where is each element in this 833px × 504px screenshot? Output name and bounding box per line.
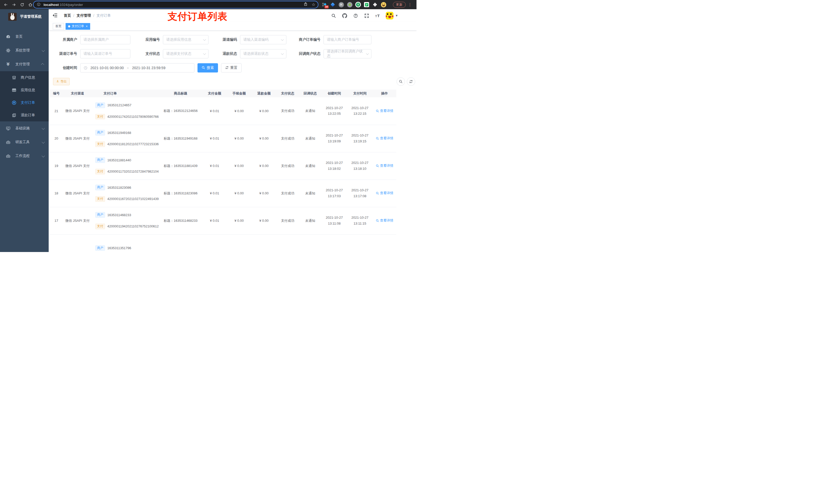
- sidebar-item-首页[interactable]: 首页: [0, 30, 49, 44]
- pay-order-no: 4200001174202110278060590766: [107, 115, 159, 119]
- browser-forward-button[interactable]: [10, 1, 18, 8]
- cell-pay-time: [347, 234, 373, 252]
- filter-渠道编码: 渠道编码请输入渠道编码: [212, 35, 286, 44]
- cell-pay-status: 支付成功: [277, 207, 299, 234]
- cell-refund: ¥ 0.00: [252, 152, 277, 179]
- command-extension-icon[interactable]: ⌘: [338, 2, 344, 7]
- view-detail-link[interactable]: 查看详情: [376, 218, 394, 223]
- placeholder-text: 请输入商户订单编号: [327, 38, 359, 42]
- chat-extension-icon[interactable]: [364, 2, 370, 7]
- sidebar-item-工作流程[interactable]: 工作流程: [0, 149, 49, 163]
- sidebar-item-研发工具[interactable]: 研发工具: [0, 135, 49, 149]
- date-range-picker[interactable]: 2021-10-01 00:00:00 - 2021-10-31 23:59:5…: [80, 63, 194, 72]
- chevron-down-icon: [203, 52, 206, 55]
- column-header-手续金额: 手续金额: [227, 90, 252, 97]
- search-icon[interactable]: [331, 13, 336, 19]
- select-回调商户状态[interactable]: 请选择订单回调商户状态: [324, 49, 372, 58]
- cell-amount: ¥ 0.01: [203, 152, 227, 179]
- sidebar-item-label: 研发工具: [15, 140, 42, 144]
- browser-back-button[interactable]: [2, 1, 9, 8]
- view-detail-link[interactable]: 查看详情: [376, 191, 394, 195]
- breadcrumb-pay-manage[interactable]: 支付管理: [77, 13, 91, 18]
- sidebar-item-支付订单[interactable]: ¥支付订单: [0, 96, 49, 109]
- avatar-caret-icon[interactable]: ▼: [396, 14, 398, 17]
- input-所属商户[interactable]: 请选择所属商户: [80, 35, 130, 44]
- sidebar-fold-icon[interactable]: [52, 13, 58, 19]
- placeholder-text: 请输入渠道订单号: [84, 51, 112, 56]
- cell-pay-status: 支付成功: [277, 152, 299, 179]
- filter-label: 渠道编码: [212, 38, 240, 42]
- merchant-badge: 商户: [95, 130, 105, 136]
- yudao-extension-icon[interactable]: Y: [355, 2, 361, 7]
- date-start-value: 2021-10-01 00:00:00: [90, 66, 124, 70]
- cell-id: 20: [50, 125, 63, 152]
- filter-label: 退款状态: [212, 51, 240, 56]
- profile-emoji-avatar[interactable]: [381, 2, 386, 7]
- cell-create-time: 2021-10-27 13:18:02: [322, 152, 347, 179]
- grid-icon: [11, 87, 17, 93]
- placeholder-text: 请选择订单回调商户状态: [327, 49, 366, 58]
- cell-pay-order: 商户1635312124657支付42000011742021102780605…: [92, 97, 159, 125]
- help-icon[interactable]: [353, 13, 358, 19]
- sidebar-item-基础设施[interactable]: 基础设施: [0, 121, 49, 135]
- view-detail-link[interactable]: 查看详情: [376, 163, 394, 168]
- app-logo-row[interactable]: 芋道管理系统: [0, 9, 49, 24]
- extensions-strip: 10 ⌘ Y: [322, 0, 386, 9]
- bookmark-star-icon[interactable]: ☆: [312, 3, 315, 7]
- cell-channel: 微信 JSAPI 支付: [63, 179, 92, 207]
- cell-channel: [63, 234, 92, 252]
- refresh-table-button[interactable]: [407, 77, 415, 86]
- tab-close-icon[interactable]: ×: [86, 25, 88, 28]
- select-退款状态[interactable]: 请选择退款状态: [240, 49, 286, 58]
- sidebar-item-应用信息[interactable]: 应用信息: [0, 84, 49, 96]
- merchant-badge: 商户: [95, 245, 105, 251]
- sidebar-item-退款订单[interactable]: 退款订单: [0, 109, 49, 121]
- cell-refund: ¥ 0.00: [252, 125, 277, 152]
- cell-notify-status: 未通知: [299, 152, 322, 179]
- reset-button[interactable]: 重置: [221, 63, 241, 72]
- puzzle-extensions-icon[interactable]: [372, 2, 378, 7]
- column-header-创建时间: 创建时间: [322, 90, 347, 97]
- search-button[interactable]: 搜索: [197, 63, 218, 72]
- view-detail-link[interactable]: 查看详情: [376, 109, 394, 113]
- cell-fee: ¥ 0.00: [227, 207, 252, 234]
- view-detail-link[interactable]: 查看详情: [376, 136, 394, 141]
- select-支付状态[interactable]: 请选择支付状态: [163, 49, 209, 58]
- export-button[interactable]: 导出: [53, 78, 70, 85]
- browser-reload-button[interactable]: [19, 1, 26, 8]
- font-size-icon[interactable]: TT: [375, 13, 380, 19]
- address-bar[interactable]: localhost:1024/pay/order ☆: [33, 1, 318, 8]
- tab-支付订单[interactable]: 支付订单×: [66, 23, 90, 30]
- sidebar-item-label: 应用信息: [21, 88, 45, 93]
- share-icon[interactable]: [304, 2, 308, 7]
- sidebar-item-label: 工作流程: [15, 154, 42, 158]
- sidebar-item-系统管理[interactable]: 系统管理: [0, 44, 49, 57]
- pay-badge: 支付: [95, 223, 105, 229]
- show-search-toggle-button[interactable]: [397, 77, 405, 86]
- pay-badge: 支付: [95, 169, 105, 174]
- cell-pay-order: 商户1635311881440支付42000011732021102728479…: [92, 152, 159, 179]
- blocks-extension-icon[interactable]: 10: [322, 2, 327, 7]
- browser-home-button[interactable]: [27, 1, 34, 8]
- browser-update-button[interactable]: 更新: [393, 2, 406, 8]
- input-商户订单编号[interactable]: 请输入商户订单编号: [324, 35, 372, 44]
- content: 所属商户请选择所属商户应用编号请选择应用信息渠道编码请输入渠道编码商户订单编号请…: [49, 31, 416, 252]
- record-extension-icon[interactable]: [347, 2, 353, 7]
- tab-首页[interactable]: 首页: [53, 23, 64, 30]
- fullscreen-icon[interactable]: [364, 13, 370, 19]
- user-avatar[interactable]: [386, 12, 394, 20]
- select-应用编号[interactable]: 请选择应用信息: [163, 35, 209, 44]
- select-渠道编码[interactable]: 请输入渠道编码: [240, 35, 286, 44]
- breadcrumb-home[interactable]: 首页: [64, 13, 71, 18]
- sidebar-item-支付管理[interactable]: ¥支付管理: [0, 57, 49, 71]
- merchant-order-no: 1635312124657: [107, 103, 132, 107]
- input-渠道订单号[interactable]: 请输入渠道订单号: [80, 49, 130, 58]
- merchant-order-no: 1635311881440: [107, 158, 131, 162]
- sidebar-item-商户信息[interactable]: 商户信息: [0, 71, 49, 84]
- cell-create-time: 2021-10-27 13:22:05: [322, 97, 347, 125]
- browser-menu-kebab-icon[interactable]: ⋮: [408, 2, 412, 7]
- gem-extension-icon[interactable]: [330, 2, 336, 7]
- github-icon[interactable]: [342, 13, 347, 19]
- chevron-down-icon: [42, 140, 45, 143]
- site-info-icon[interactable]: [37, 2, 41, 7]
